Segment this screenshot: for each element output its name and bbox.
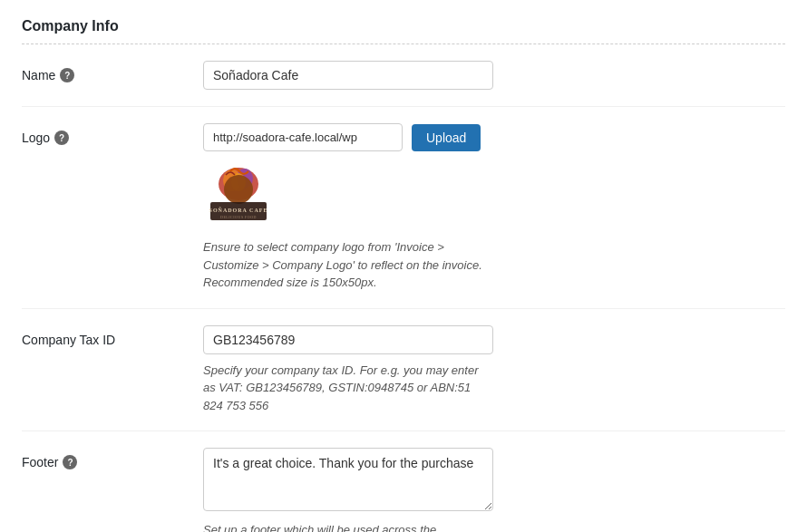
name-label-text: Name — [22, 68, 55, 82]
logo-row: Logo ? Upload SOÑADORA C — [22, 107, 785, 309]
logo-help-icon[interactable]: ? — [54, 131, 69, 145]
logo-preview: SOÑADORA CAFE DELICIOUS FOOD — [203, 164, 785, 226]
svg-text:SOÑADORA CAFE: SOÑADORA CAFE — [209, 207, 268, 213]
upload-button[interactable]: Upload — [412, 124, 481, 151]
logo-label-text: Logo — [22, 131, 50, 145]
name-content — [203, 61, 785, 90]
logo-label: Logo ? — [22, 123, 203, 145]
footer-help-icon[interactable]: ? — [63, 455, 77, 469]
name-row: Name ? — [22, 44, 785, 107]
company-tax-label: Company Tax ID — [22, 325, 203, 347]
logo-help-text: Ensure to select company logo from 'Invo… — [203, 238, 493, 292]
section-title: Company Info — [22, 18, 785, 44]
name-help-icon[interactable]: ? — [60, 68, 74, 82]
svg-point-4 — [224, 175, 253, 204]
logo-input-row: Upload — [203, 123, 785, 151]
svg-text:DELICIOUS FOOD: DELICIOUS FOOD — [220, 215, 257, 219]
footer-label-text: Footer — [22, 455, 58, 469]
footer-label: Footer ? — [22, 448, 203, 469]
footer-textarea[interactable]: It's a great choice. Thank you for the p… — [203, 448, 493, 511]
footer-content: It's a great choice. Thank you for the p… — [203, 448, 785, 532]
name-input[interactable] — [203, 61, 493, 90]
company-tax-help-text: Specify your company tax ID. For e.g. yo… — [203, 362, 493, 415]
footer-help-text: Set up a footer which will be used acros… — [203, 521, 493, 532]
cafe-logo-image: SOÑADORA CAFE DELICIOUS FOOD — [203, 164, 274, 223]
company-tax-label-text: Company Tax ID — [22, 333, 115, 347]
company-tax-content: Specify your company tax ID. For e.g. yo… — [203, 325, 785, 415]
company-tax-row: Company Tax ID Specify your company tax … — [22, 309, 785, 432]
logo-url-input[interactable] — [203, 123, 403, 151]
name-label: Name ? — [22, 61, 203, 82]
footer-row: Footer ? It's a great choice. Thank you … — [22, 431, 785, 532]
company-tax-input[interactable] — [203, 325, 493, 354]
logo-content: Upload SOÑADORA CAFE DELICIOUS FOOD — [203, 123, 785, 292]
